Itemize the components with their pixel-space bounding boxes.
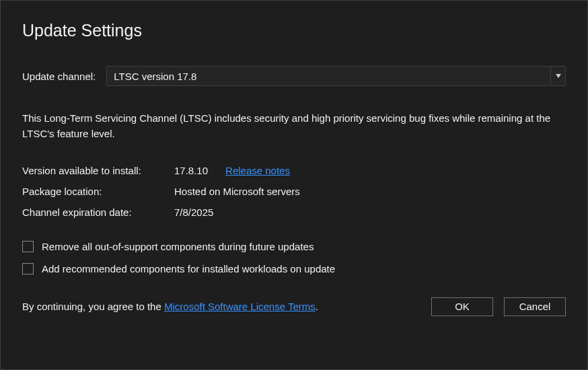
update-channel-row: Update channel: LTSC version 17.8 xyxy=(22,66,566,86)
add-recommended-label[interactable]: Add recommended components for installed… xyxy=(42,263,335,274)
dialog-footer: By continuing, you agree to the Microsof… xyxy=(22,297,566,331)
dialog-title: Update Settings xyxy=(22,21,566,40)
button-group: OK Cancel xyxy=(431,297,566,316)
remove-components-row: Remove all out-of-support components dur… xyxy=(22,241,566,252)
cancel-button[interactable]: Cancel xyxy=(504,297,566,316)
expiration-label: Channel expiration date: xyxy=(22,207,174,218)
update-channel-selected: LTSC version 17.8 xyxy=(107,67,550,85)
update-channel-label: Update channel: xyxy=(22,71,96,82)
remove-components-checkbox[interactable] xyxy=(22,241,34,252)
package-value: Hosted on Microsoft servers xyxy=(174,186,300,197)
version-number: 17.8.10 xyxy=(174,165,208,176)
release-notes-link[interactable]: Release notes xyxy=(225,165,290,176)
version-value: 17.8.10 Release notes xyxy=(174,165,290,176)
update-channel-dropdown[interactable]: LTSC version 17.8 xyxy=(106,66,566,86)
package-label: Package location: xyxy=(22,186,174,197)
agree-prefix: By continuing, you agree to the xyxy=(22,301,164,312)
expiration-row: Channel expiration date: 7/8/2025 xyxy=(22,207,566,218)
version-row: Version available to install: 17.8.10 Re… xyxy=(22,165,566,176)
remove-components-label[interactable]: Remove all out-of-support components dur… xyxy=(42,241,314,252)
agree-suffix: . xyxy=(316,301,318,312)
chevron-down-icon xyxy=(550,67,565,85)
channel-description: This Long-Term Servicing Channel (LTSC) … xyxy=(22,110,566,142)
package-row: Package location: Hosted on Microsoft se… xyxy=(22,186,566,197)
update-settings-dialog: Update Settings Update channel: LTSC ver… xyxy=(0,0,588,370)
license-agreement-text: By continuing, you agree to the Microsof… xyxy=(22,301,318,312)
version-label: Version available to install: xyxy=(22,165,174,176)
add-recommended-checkbox[interactable] xyxy=(22,263,34,274)
ok-button[interactable]: OK xyxy=(431,297,493,316)
expiration-value: 7/8/2025 xyxy=(174,207,213,218)
checkbox-group: Remove all out-of-support components dur… xyxy=(22,241,566,274)
license-terms-link[interactable]: Microsoft Software License Terms xyxy=(164,301,316,312)
info-grid: Version available to install: 17.8.10 Re… xyxy=(22,165,566,218)
add-recommended-row: Add recommended components for installed… xyxy=(22,263,566,274)
